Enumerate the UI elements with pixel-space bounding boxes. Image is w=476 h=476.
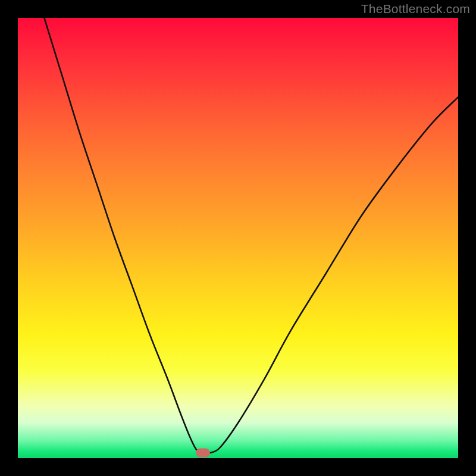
plot-area	[18, 18, 458, 458]
chart-frame: TheBottleneck.com	[0, 0, 476, 476]
optimal-point-marker	[196, 449, 210, 458]
bottleneck-curve	[18, 18, 458, 458]
watermark-text: TheBottleneck.com	[361, 2, 470, 16]
